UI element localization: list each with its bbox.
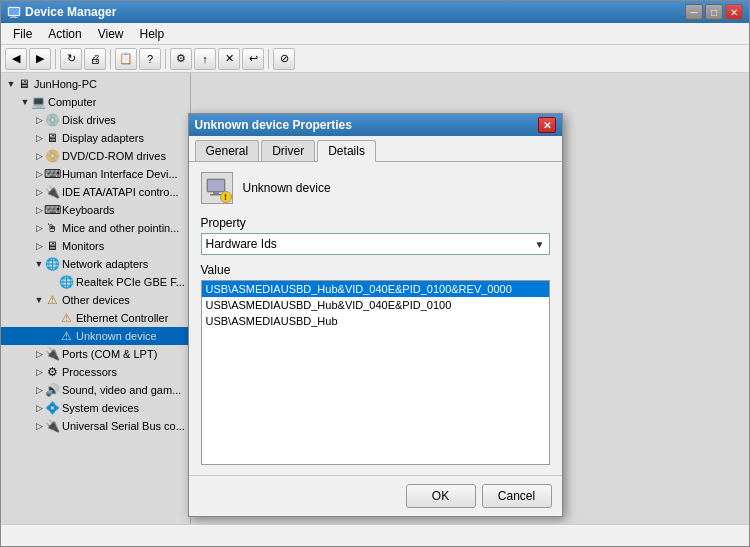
help-button[interactable]: ? xyxy=(139,48,161,70)
svg-rect-5 xyxy=(208,180,224,191)
menu-help[interactable]: Help xyxy=(132,25,173,43)
back-button[interactable]: ◀ xyxy=(5,48,27,70)
ok-button[interactable]: OK xyxy=(406,484,476,508)
property-label: Property xyxy=(201,216,550,230)
forward-button[interactable]: ▶ xyxy=(29,48,51,70)
status-bar xyxy=(1,524,749,546)
update-button[interactable]: ↑ xyxy=(194,48,216,70)
value-list[interactable]: USB\ASMEDIAUSBD_Hub&VID_040E&PID_0100&RE… xyxy=(201,280,550,465)
tab-general[interactable]: General xyxy=(195,140,260,161)
toolbar-separator-2 xyxy=(110,49,111,69)
dialog-title: Unknown device Properties xyxy=(195,118,538,132)
window-title: Device Manager xyxy=(25,5,685,19)
menu-bar: File Action View Help xyxy=(1,23,749,45)
value-item-0[interactable]: USB\ASMEDIAUSBD_Hub&VID_040E&PID_0100&RE… xyxy=(202,281,549,297)
warning-badge: ! xyxy=(220,191,232,203)
menu-action[interactable]: Action xyxy=(40,25,89,43)
content-area: ▼ 🖥 JunHong-PC ▼ 💻 Computer ▷ 💿 Disk dri… xyxy=(1,73,749,524)
properties-dialog: Unknown device Properties ✕ General Driv… xyxy=(188,113,563,517)
svg-rect-6 xyxy=(213,192,219,194)
toolbar-separator-4 xyxy=(268,49,269,69)
minimize-button[interactable]: ─ xyxy=(685,4,703,20)
dialog-title-bar: Unknown device Properties ✕ xyxy=(189,114,562,136)
cancel-button[interactable]: Cancel xyxy=(482,484,552,508)
modal-overlay: Unknown device Properties ✕ General Driv… xyxy=(1,73,749,524)
app-icon xyxy=(7,5,21,19)
value-label: Value xyxy=(201,263,550,277)
refresh-button[interactable]: ↻ xyxy=(60,48,82,70)
dialog-content: ! Unknown device Property Hardware Ids ▼… xyxy=(189,162,562,475)
svg-rect-3 xyxy=(10,17,18,18)
menu-view[interactable]: View xyxy=(90,25,132,43)
dialog-footer: OK Cancel xyxy=(189,475,562,516)
value-item-2[interactable]: USB\ASMEDIAUSBD_Hub xyxy=(202,313,549,329)
tab-bar: General Driver Details xyxy=(189,136,562,162)
device-name: Unknown device xyxy=(243,181,331,195)
device-icon-box: ! xyxy=(201,172,233,204)
dialog-close-button[interactable]: ✕ xyxy=(538,117,556,133)
property-dropdown[interactable]: Hardware Ids ▼ xyxy=(201,233,550,255)
window-controls: ─ □ ✕ xyxy=(685,4,743,20)
dropdown-arrow-icon: ▼ xyxy=(535,239,545,250)
properties-button[interactable]: 📋 xyxy=(115,48,137,70)
menu-file[interactable]: File xyxy=(5,25,40,43)
rollback-button[interactable]: ↩ xyxy=(242,48,264,70)
maximize-button[interactable]: □ xyxy=(705,4,723,20)
tab-driver[interactable]: Driver xyxy=(261,140,315,161)
toolbar-separator-3 xyxy=(165,49,166,69)
scan-button[interactable]: ⚙ xyxy=(170,48,192,70)
title-bar: Device Manager ─ □ ✕ xyxy=(1,1,749,23)
toolbar: ◀ ▶ ↻ 🖨 📋 ? ⚙ ↑ ✕ ↩ ⊘ xyxy=(1,45,749,73)
print-button[interactable]: 🖨 xyxy=(84,48,106,70)
uninstall-button[interactable]: ✕ xyxy=(218,48,240,70)
toolbar-separator xyxy=(55,49,56,69)
disable-button[interactable]: ⊘ xyxy=(273,48,295,70)
close-button[interactable]: ✕ xyxy=(725,4,743,20)
svg-rect-1 xyxy=(9,8,19,15)
property-dropdown-value: Hardware Ids xyxy=(206,237,277,251)
device-header: ! Unknown device xyxy=(201,172,550,204)
value-item-1[interactable]: USB\ASMEDIAUSBD_Hub&VID_040E&PID_0100 xyxy=(202,297,549,313)
main-window: Device Manager ─ □ ✕ File Action View He… xyxy=(0,0,750,547)
tab-details[interactable]: Details xyxy=(317,140,376,162)
